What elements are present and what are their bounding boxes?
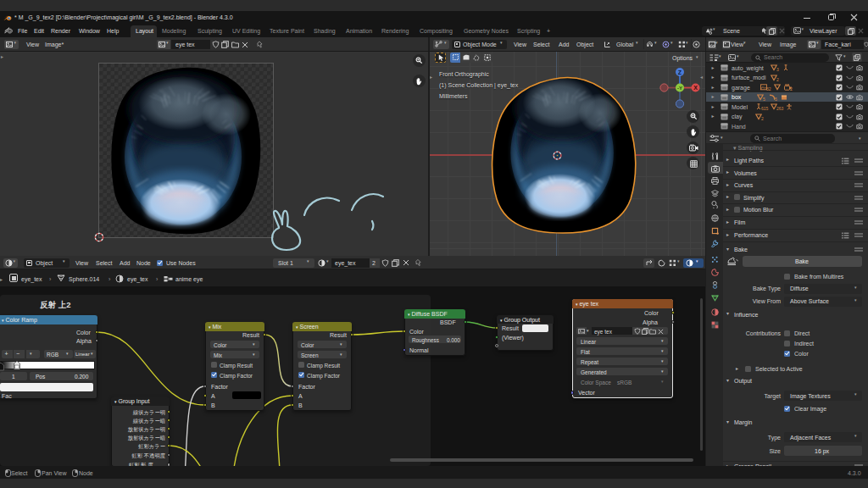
svg-text:X: X [693,85,698,91]
svg-text:-Y: -Y [677,86,682,91]
svg-text:Z: Z [678,69,682,75]
